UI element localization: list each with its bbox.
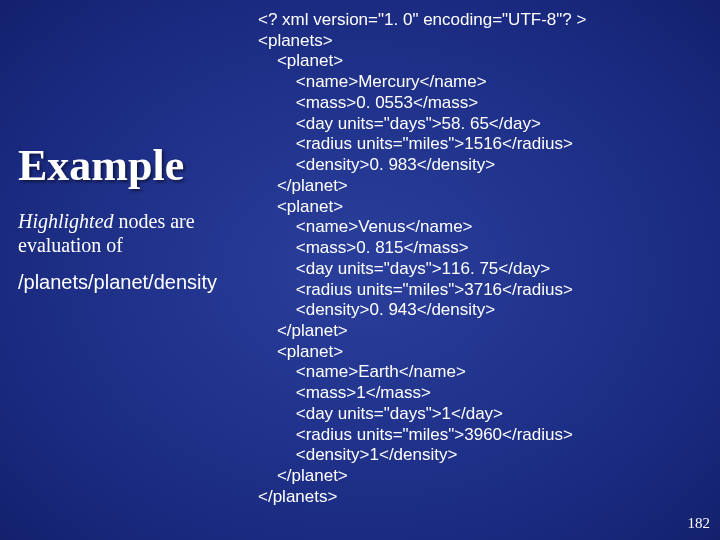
xpath-expression: /planets/planet/density [18,271,248,294]
page-number: 182 [688,515,711,532]
left-column: Example Highlighted nodes are evaluation… [18,140,248,294]
subtitle: Highlighted nodes are evaluation of [18,209,248,257]
xml-code-block: <? xml version="1. 0" encoding="UTF-8"? … [258,10,586,508]
slide-title: Example [18,140,248,191]
subtitle-italic-word: Highlighted [18,210,114,232]
